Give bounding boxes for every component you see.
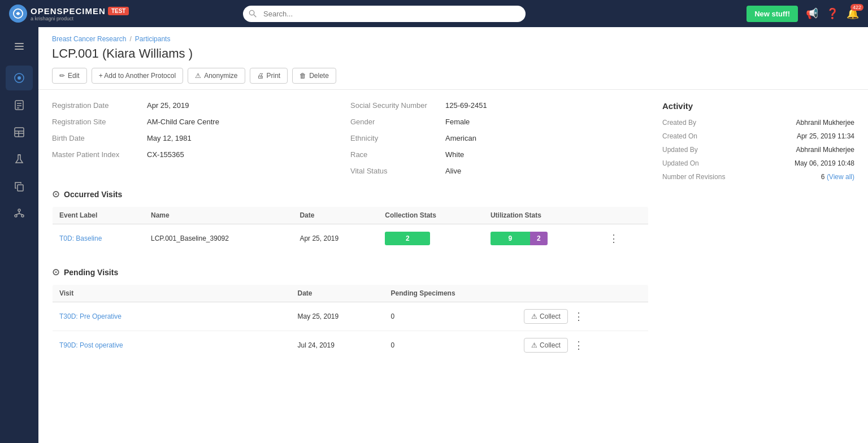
pending-visit-link-0[interactable]: T30D: Pre Operative xyxy=(59,312,121,320)
pending-visit-name-cell: T30D: Pre Operative xyxy=(53,302,291,331)
registration-date-row: Registration Date Apr 25, 2019 xyxy=(52,101,350,110)
new-stuff-button[interactable]: New stuff! xyxy=(747,6,798,22)
pending-visits-header[interactable]: ⊙ Pending Visits xyxy=(52,267,649,277)
created-by-row: Created By Abhranil Mukherjee xyxy=(662,119,854,127)
registration-site-value: AM-Child Care Centre xyxy=(147,118,219,126)
page-header: Breast Cancer Research / Participants LC… xyxy=(38,27,868,90)
updated-by-row: Updated By Abhranil Mukherjee xyxy=(662,146,854,154)
svg-rect-12 xyxy=(15,128,24,137)
col-pending-specimens: Pending Specimens xyxy=(384,285,518,302)
action-buttons: ✏ Edit + Add to Another Protocol ⚠ Anony… xyxy=(52,68,854,84)
updated-on-label: Updated On xyxy=(662,159,699,167)
breadcrumb-collection[interactable]: Breast Cancer Research xyxy=(52,35,126,43)
anonymize-button[interactable]: ⚠ Anonymize xyxy=(188,68,245,84)
collect-icon-1: ⚠ xyxy=(531,341,537,349)
mpi-label: Master Patient Index xyxy=(52,150,142,159)
breadcrumb-separator: / xyxy=(129,35,131,43)
pending-visits-section: ⊙ Pending Visits Visit Date Pending Spec… xyxy=(52,267,649,360)
delete-button[interactable]: 🗑 Delete xyxy=(292,68,336,84)
col-name: Name xyxy=(144,207,293,224)
sidebar-item-hamburger[interactable] xyxy=(6,34,33,59)
logo: OPENSPECIMEN TEST a krishagni product xyxy=(9,5,129,23)
left-content: Registration Date Apr 25, 2019 Registrat… xyxy=(52,101,649,373)
collect-icon-0: ⚠ xyxy=(531,312,537,320)
print-button[interactable]: 🖨 Print xyxy=(250,68,288,84)
edit-icon: ✏ xyxy=(59,72,65,80)
occurred-row-menu-button[interactable]: ⋮ xyxy=(605,230,622,247)
content-body: Registration Date Apr 25, 2019 Registrat… xyxy=(38,90,868,385)
ethnicity-label: Ethnicity xyxy=(350,134,441,142)
ssn-value: 125-69-2451 xyxy=(445,101,487,110)
ssn-label: Social Security Number xyxy=(350,101,441,110)
svg-point-18 xyxy=(18,209,20,211)
col-pending-visit: Visit xyxy=(53,285,291,302)
pending-visit-name-cell-1: T90D: Post operative xyxy=(53,331,291,360)
svg-rect-4 xyxy=(15,46,24,47)
birth-date-row: Birth Date May 12, 1981 xyxy=(52,134,350,142)
vital-status-row: Vital Status Alive xyxy=(350,167,649,175)
navbar: OPENSPECIMEN TEST a krishagni product Ne… xyxy=(0,0,868,27)
ssn-row: Social Security Number 125-69-2451 xyxy=(350,101,649,110)
race-row: Race White xyxy=(350,150,649,159)
collection-stat-bar: 2 xyxy=(385,232,430,245)
svg-point-20 xyxy=(21,215,24,217)
sidebar-item-overview[interactable] xyxy=(6,66,33,90)
created-on-row: Created On Apr 25, 2019 11:34 xyxy=(662,132,854,140)
occurred-visits-header[interactable]: ⊙ Occurred Visits xyxy=(52,189,649,199)
col-pending-date: Date xyxy=(291,285,384,302)
revisions-row: Number of Revisions 6 (View all) xyxy=(662,173,854,181)
pending-visit-actions-0: ⚠ Collect ⋮ xyxy=(517,302,648,331)
occurred-visits-section: ⊙ Occurred Visits Event Label Name Date … xyxy=(52,189,649,253)
megaphone-icon[interactable]: 📢 xyxy=(806,7,818,20)
occurred-visits-table: Event Label Name Date Collection Stats U… xyxy=(52,206,649,253)
event-label-link[interactable]: T0D: Baseline xyxy=(59,234,102,242)
navbar-right: New stuff! 📢 ❓ 🔔 422 xyxy=(747,6,859,22)
svg-point-7 xyxy=(18,76,21,80)
util-stat-green: 9 xyxy=(491,232,530,245)
search-input[interactable] xyxy=(243,6,526,22)
add-protocol-button[interactable]: + Add to Another Protocol xyxy=(92,68,183,84)
table-row: T30D: Pre Operative May 25, 2019 0 ⚠ Col… xyxy=(53,302,649,331)
info-col-right: Social Security Number 125-69-2451 Gende… xyxy=(350,101,649,175)
svg-point-19 xyxy=(15,215,17,217)
svg-line-23 xyxy=(19,214,23,215)
utilization-stats-cell: 9 2 xyxy=(484,224,598,253)
svg-rect-3 xyxy=(15,43,24,44)
col-pending-actions xyxy=(517,285,648,302)
pending-row-menu-button-1[interactable]: ⋮ xyxy=(570,337,587,354)
sidebar-item-list[interactable] xyxy=(6,120,33,145)
help-icon[interactable]: ❓ xyxy=(826,7,839,20)
activity-panel: Activity Created By Abhranil Mukherjee C… xyxy=(662,101,854,373)
pending-visit-actions-1: ⚠ Collect ⋮ xyxy=(517,331,648,360)
sidebar-item-copy[interactable] xyxy=(6,174,33,199)
revisions-value: 6 (View all) xyxy=(821,173,854,181)
gender-value: Female xyxy=(445,118,470,126)
col-date: Date xyxy=(293,207,378,224)
pending-visit-link-1[interactable]: T90D: Post operative xyxy=(59,341,123,349)
mpi-value: CX-155365 xyxy=(147,150,184,159)
breadcrumb-section[interactable]: Participants xyxy=(135,35,171,43)
svg-line-22 xyxy=(16,214,19,215)
main-content: Breast Cancer Research / Participants LC… xyxy=(38,27,868,443)
svg-line-2 xyxy=(254,15,256,17)
sidebar-item-forms[interactable] xyxy=(6,93,33,118)
occurred-visits-toggle-icon: ⊙ xyxy=(52,189,59,199)
sidebar-item-specimens[interactable] xyxy=(6,147,33,172)
created-on-label: Created On xyxy=(662,132,697,140)
registration-site-row: Registration Site AM-Child Care Centre xyxy=(52,118,350,126)
sidebar xyxy=(0,27,38,443)
sidebar-item-tree[interactable] xyxy=(6,201,33,226)
collect-button-0[interactable]: ⚠ Collect xyxy=(524,309,568,324)
edit-button[interactable]: ✏ Edit xyxy=(52,68,87,84)
notifications-icon[interactable]: 🔔 422 xyxy=(847,7,859,20)
created-by-label: Created By xyxy=(662,119,696,127)
breadcrumb: Breast Cancer Research / Participants xyxy=(52,35,854,43)
view-all-link[interactable]: (View all) xyxy=(827,173,854,181)
col-collection-stats: Collection Stats xyxy=(378,207,484,224)
revisions-label: Number of Revisions xyxy=(662,173,725,181)
pending-row-menu-button-0[interactable]: ⋮ xyxy=(570,308,587,325)
updated-on-value: May 06, 2019 10:48 xyxy=(795,159,854,167)
created-on-value: Apr 25, 2019 11:34 xyxy=(797,132,854,140)
pending-visits-title: Pending Visits xyxy=(64,268,118,277)
collect-button-1[interactable]: ⚠ Collect xyxy=(524,338,568,353)
